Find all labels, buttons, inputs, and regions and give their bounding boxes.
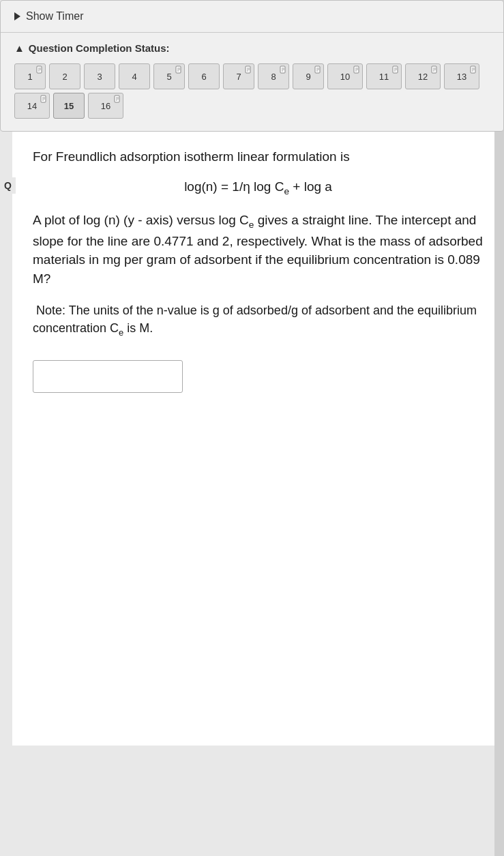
q-side-label: Q (0, 177, 16, 194)
top-panel: Show Timer ▲ Question Completion Status:… (0, 0, 504, 132)
question-status-section: ▲ Question Completion Status: 1 2 (1, 33, 503, 131)
question-btn-1[interactable]: 1 (14, 63, 46, 89)
timer-row[interactable]: Show Timer (1, 1, 503, 33)
doc-icon-11 (392, 65, 399, 74)
doc-icon-10 (353, 65, 360, 74)
doc-icon-13 (470, 65, 477, 74)
formula-display: log(n) = 1/η log Ce + log a (33, 177, 484, 198)
doc-icon-9 (314, 65, 321, 74)
timer-label[interactable]: Show Timer (26, 10, 83, 23)
main-content: For Freundlich adsorption isotherm linea… (12, 132, 504, 746)
question-btn-15[interactable]: 15 (53, 93, 85, 119)
collapse-arrow-icon: ▲ (14, 42, 25, 54)
doc-icon-5 (175, 65, 182, 74)
question-body: A plot of log (n) (y - axis) versus log … (33, 211, 484, 288)
question-intro: For Freundlich adsorption isotherm linea… (33, 148, 484, 166)
page-wrapper: Show Timer ▲ Question Completion Status:… (0, 0, 504, 856)
note-text: Note: The units of the n-value is g of a… (33, 301, 484, 339)
question-btn-3[interactable]: 3 (84, 63, 115, 89)
question-btn-10[interactable]: 10 (327, 63, 363, 89)
question-btn-12[interactable]: 12 (405, 63, 441, 89)
doc-icon-8 (280, 65, 286, 74)
question-btn-5[interactable]: 5 (153, 63, 185, 89)
question-btn-13[interactable]: 13 (444, 63, 479, 89)
doc-icon-1 (36, 65, 43, 74)
question-grid: 1 2 3 4 5 (14, 63, 490, 119)
answer-input[interactable] (33, 360, 183, 393)
question-btn-16[interactable]: 16 (88, 93, 123, 119)
question-btn-2[interactable]: 2 (49, 63, 80, 89)
question-btn-6[interactable]: 6 (188, 63, 220, 89)
doc-icon-14 (40, 95, 47, 103)
question-btn-8[interactable]: 8 (258, 63, 289, 89)
question-btn-7[interactable]: 7 (223, 63, 254, 89)
question-btn-14[interactable]: 14 (14, 93, 50, 119)
question-btn-9[interactable]: 9 (293, 63, 324, 89)
question-btn-4[interactable]: 4 (119, 63, 150, 89)
doc-icon-12 (431, 65, 438, 74)
doc-icon-16 (114, 95, 121, 103)
question-btn-11[interactable]: 11 (366, 63, 402, 89)
question-status-title: ▲ Question Completion Status: (14, 42, 490, 54)
play-icon (14, 12, 20, 20)
doc-icon-7 (245, 65, 252, 74)
